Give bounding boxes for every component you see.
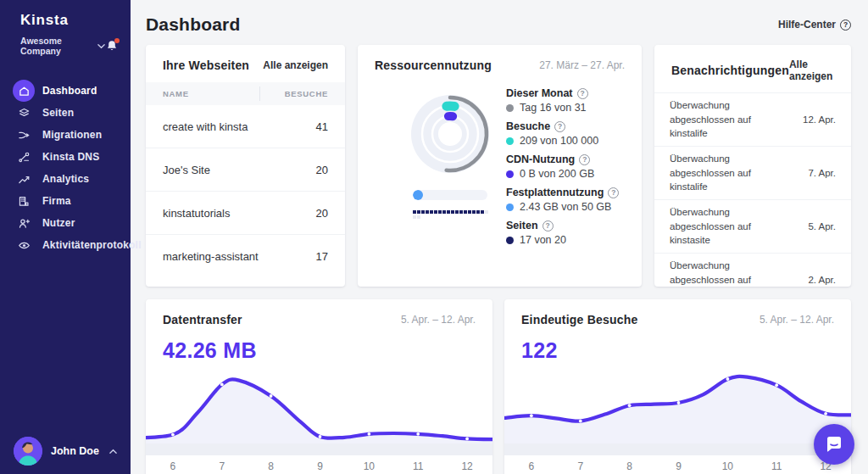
x-tick-label: 10 <box>722 460 733 472</box>
x-tick-label: 9 <box>317 460 323 472</box>
usage-square <box>413 215 416 219</box>
help-icon[interactable]: ? <box>579 154 590 165</box>
analytics-icon <box>13 168 35 190</box>
chart-svg <box>146 371 492 455</box>
sidebar-item-nutzer[interactable]: Nutzer <box>0 212 131 234</box>
usage-square <box>421 210 425 214</box>
table-row[interactable]: marketing-assistant 17 <box>146 235 345 278</box>
x-tick-label: 9 <box>676 460 682 472</box>
usage-square <box>451 210 454 214</box>
table-row[interactable]: kinstatutorials 20 <box>146 192 345 235</box>
help-icon[interactable]: ? <box>577 88 588 99</box>
unique-visits-chart <box>504 371 851 455</box>
legend-dot <box>506 170 514 178</box>
usage-square <box>468 210 471 214</box>
chevron-down-icon[interactable] <box>97 42 105 50</box>
usage-square <box>413 210 416 214</box>
avatar <box>14 437 42 466</box>
legend-entry-month: Dieser Monat? Tag 16 von 31 <box>506 87 619 114</box>
list-item[interactable]: Überwachung abgeschlossen auf kinstalife… <box>654 253 851 287</box>
sidebar-item-aktivitaetenprotokoll[interactable]: Aktivitätenprotokoll <box>0 234 131 256</box>
list-item[interactable]: Überwachung abgeschlossen auf kinstalife… <box>654 92 851 146</box>
legend-entry-visits: Besuche? 209 von 100 000 <box>506 120 619 147</box>
unique-visits-total: 122 <box>504 337 851 363</box>
dns-icon <box>13 146 35 168</box>
legend-dot <box>506 204 514 211</box>
x-tick-label: 7 <box>577 460 583 472</box>
x-tick-label: 12 <box>461 460 472 472</box>
usage-square <box>430 210 433 214</box>
usage-square <box>434 210 437 214</box>
sidebar-item-migrationen[interactable]: Migrationen <box>0 124 131 146</box>
websites-show-all-link[interactable]: Alle anzeigen <box>263 59 328 71</box>
data-transfer-x-axis: 6Apr789101112 <box>146 455 492 474</box>
sidebar-item-firma[interactable]: Firma <box>0 190 131 212</box>
table-row[interactable]: create with kinsta 41 <box>146 105 345 148</box>
sidebar-nav: Dashboard Seiten Migrationen Kinsta DNS … <box>0 80 131 256</box>
resources-card-title: Ressourcennutzung <box>375 59 492 72</box>
unique-visits-card: Eindeutige Besuche 5. Apr. – 12. Apr. 12… <box>504 299 851 474</box>
user-menu[interactable]: John Doe <box>0 437 131 466</box>
x-tick-label: 7 <box>219 460 225 472</box>
legend-entry-sites: Seiten? 17 von 20 <box>506 220 619 246</box>
usage-legend: Dieser Monat? Tag 16 von 31 Besuche? 209… <box>506 87 619 253</box>
usage-square <box>472 210 476 214</box>
notifications-show-all-link[interactable]: Alle anzeigen <box>789 59 834 82</box>
x-tick-label: 6 <box>170 460 176 472</box>
usage-square <box>464 210 467 214</box>
usage-square <box>438 210 442 214</box>
site-visits: 20 <box>316 164 328 176</box>
usage-square <box>417 215 420 219</box>
help-icon[interactable]: ? <box>554 121 565 132</box>
sites-usage-squares <box>413 210 489 220</box>
sidebar-item-analytics[interactable]: Analytics <box>0 168 131 190</box>
legend-dot <box>506 137 514 145</box>
list-item[interactable]: Überwachung abgeschlossen auf kinstasite… <box>654 199 851 253</box>
chat-launcher-button[interactable] <box>814 424 854 465</box>
usage-square <box>426 210 429 214</box>
sidebar-item-kinsta-dns[interactable]: Kinsta DNS <box>0 146 131 168</box>
usage-square <box>481 210 484 214</box>
company-building-icon <box>13 190 35 212</box>
help-icon[interactable]: ? <box>542 220 554 231</box>
sidebar-item-dashboard[interactable]: Dashboard <box>0 80 131 102</box>
unique-visits-x-axis: 6Apr789101112 <box>504 455 851 474</box>
table-row[interactable]: Joe's Site 20 <box>146 148 345 192</box>
help-center-link[interactable]: Hilfe-Center ? <box>778 19 851 31</box>
data-transfer-date-range: 5. Apr. – 12. Apr. <box>401 314 476 326</box>
sidebar-item-seiten[interactable]: Seiten <box>0 102 131 124</box>
x-tick-label: 8 <box>626 460 632 472</box>
usage-square <box>485 210 488 214</box>
usage-square <box>476 210 480 214</box>
usage-donut-chart <box>406 90 494 178</box>
add-user-icon <box>13 212 35 234</box>
x-tick-label: 6 <box>529 460 535 472</box>
data-transfer-total: 42.26 MB <box>146 337 492 363</box>
usage-square <box>442 210 446 214</box>
x-tick-label: 10 <box>364 460 375 472</box>
legend-entry-disk: Festplattennutzung? 2.43 GB von 50 GB <box>506 187 619 213</box>
migration-icon <box>13 124 35 146</box>
x-tick-label: 8 <box>268 460 274 472</box>
site-name: create with kinsta <box>163 120 248 133</box>
company-switcher[interactable]: Awesome Company <box>20 36 91 56</box>
resources-date-range: 27. März – 27. Apr. <box>539 59 625 71</box>
layers-icon <box>13 102 35 124</box>
data-transfer-title: Datentransfer <box>163 313 242 326</box>
usage-square <box>459 210 463 214</box>
legend-dot <box>506 104 514 112</box>
sidebar: Kinsta Awesome Company Dashboard Seiten … <box>0 0 131 474</box>
unique-visits-title: Eindeutige Besuche <box>521 313 637 326</box>
resources-card: Ressourcennutzung 27. März – 27. Apr. Di… <box>358 45 642 287</box>
site-visits: 17 <box>316 250 328 263</box>
x-tick-label: 11 <box>771 460 782 472</box>
notifications-card-title: Benachrichtigungen <box>671 64 789 77</box>
help-icon[interactable]: ? <box>608 187 619 198</box>
list-item[interactable]: Überwachung abgeschlossen auf kinstalife… <box>654 146 851 199</box>
chart-svg <box>504 371 851 455</box>
chevron-up-icon[interactable] <box>109 448 117 455</box>
websites-card: Ihre Webseiten Alle anzeigen Name Besuch… <box>146 45 345 287</box>
websites-table-header: Name Besuche <box>146 82 345 105</box>
notifications-bell-icon[interactable] <box>105 39 119 53</box>
site-name: Joe's Site <box>163 164 210 176</box>
